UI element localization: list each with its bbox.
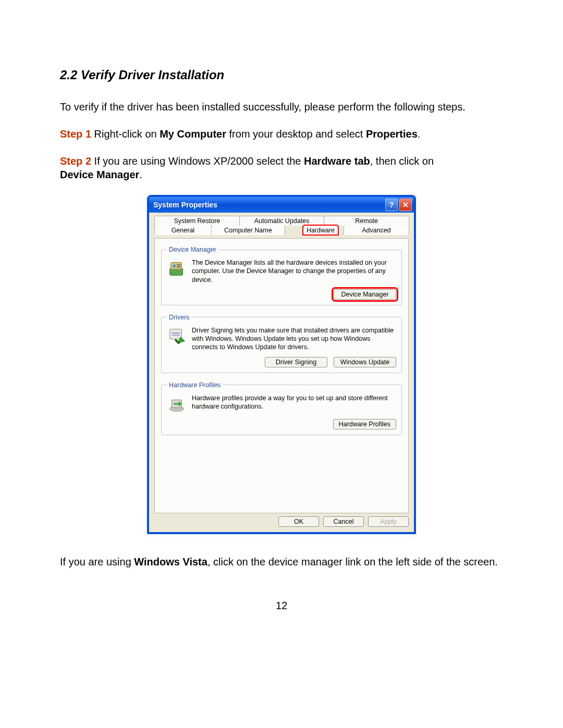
hardware-profiles-button[interactable]: Hardware Profiles — [333, 419, 396, 429]
cancel-button[interactable]: Cancel — [323, 516, 364, 527]
drivers-group: Drivers Driver Signing lets you m — [161, 314, 402, 373]
help-button[interactable]: ? — [385, 199, 398, 211]
tab-advanced[interactable]: Advanced — [344, 225, 409, 235]
tab-automatic-updates[interactable]: Automatic Updates — [239, 216, 325, 226]
svg-rect-1 — [171, 263, 182, 269]
tab-computer-name[interactable]: Computer Name — [211, 225, 285, 235]
close-icon: ✕ — [402, 201, 409, 209]
step-2: Step 2 If you are using Windows XP/2000 … — [60, 154, 503, 181]
svg-rect-3 — [177, 264, 181, 265]
tab-hardware[interactable]: Hardware — [303, 225, 338, 235]
driver-signing-button[interactable]: Driver Signing — [265, 357, 327, 367]
hardware-profiles-group: Hardware Profiles Hardware profil — [161, 381, 402, 435]
apply-button[interactable]: Apply — [368, 516, 409, 527]
device-manager-button[interactable]: Device Manager — [334, 289, 396, 300]
device-manager-group: Device Manager — [161, 246, 402, 305]
hardware-tab-panel: Device Manager — [154, 238, 409, 513]
question-icon: ? — [389, 201, 394, 209]
tab-system-restore[interactable]: System Restore — [154, 216, 240, 226]
document-page: 2.2 Verify Driver Installation To verify… — [0, 0, 563, 633]
intro-paragraph: To verify if the driver has been install… — [60, 100, 503, 114]
hardware-profiles-text: Hardware profiles provide a way for you … — [192, 394, 396, 414]
section-heading: 2.2 Verify Driver Installation — [60, 68, 503, 82]
step-2-label: Step 2 — [60, 155, 91, 167]
system-properties-dialog: System Properties ? ✕ System Restore Aut… — [147, 195, 416, 534]
hardware-profiles-legend: Hardware Profiles — [167, 381, 223, 389]
page-number: 12 — [60, 600, 503, 612]
step-1: Step 1 Right-click on My Computer from y… — [60, 127, 503, 141]
svg-rect-4 — [177, 266, 181, 267]
dialog-footer: OK Cancel Apply — [154, 513, 409, 527]
window-title: System Properties — [153, 201, 385, 209]
svg-rect-5 — [170, 329, 182, 339]
device-manager-text: The Device Manager lists all the hardwar… — [192, 258, 396, 284]
drivers-text: Driver Signing lets you make sure that i… — [192, 326, 396, 352]
close-button[interactable]: ✕ — [399, 199, 412, 211]
drivers-icon — [167, 326, 187, 346]
ok-button[interactable]: OK — [278, 516, 319, 527]
device-manager-icon — [167, 258, 187, 278]
vista-note: If you are using Windows Vista, click on… — [60, 555, 503, 569]
tab-strip: System Restore Automatic Updates Remote … — [154, 216, 409, 235]
windows-update-button[interactable]: Windows Update — [334, 357, 396, 367]
hardware-profiles-icon — [167, 394, 187, 414]
step-1-label: Step 1 — [60, 128, 91, 140]
device-manager-legend: Device Manager — [167, 246, 218, 253]
tab-remote[interactable]: Remote — [324, 216, 409, 226]
drivers-legend: Drivers — [167, 314, 192, 321]
titlebar[interactable]: System Properties ? ✕ — [149, 197, 414, 213]
tab-general[interactable]: General — [154, 225, 212, 235]
svg-point-2 — [173, 264, 176, 267]
